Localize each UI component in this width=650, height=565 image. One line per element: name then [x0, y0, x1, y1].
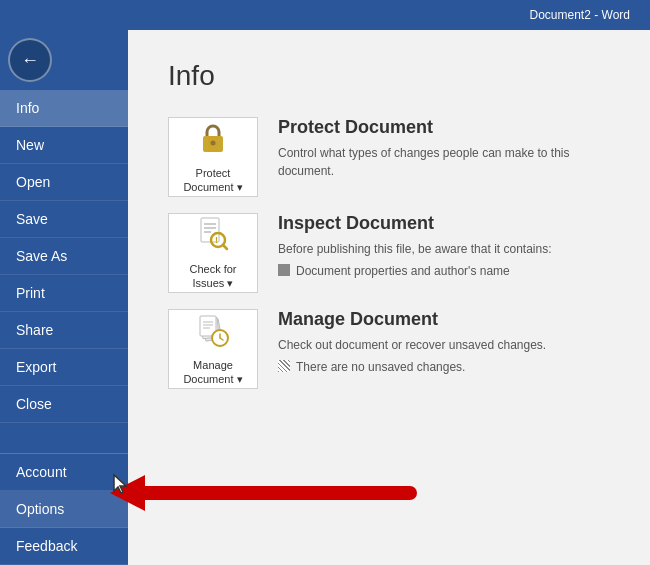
sidebar-item-share[interactable]: Share	[0, 312, 128, 349]
inspect-document-desc: Before publishing this file, be aware th…	[278, 240, 610, 280]
back-button[interactable]: ←	[8, 38, 52, 82]
sidebar-item-feedback[interactable]: Feedback	[0, 528, 128, 565]
sidebar-item-print[interactable]: Print	[0, 275, 128, 312]
sidebar-item-save-as[interactable]: Save As	[0, 238, 128, 275]
inspect-document-title: Inspect Document	[278, 213, 610, 234]
check-issues-button[interactable]: ! Check forIssues ▾	[168, 213, 258, 293]
sidebar-item-options[interactable]: Options	[0, 491, 128, 528]
inspect-document-card: ! Check forIssues ▾ Inspect Document Bef…	[168, 213, 610, 293]
protect-document-button[interactable]: ProtectDocument ▾	[168, 117, 258, 197]
sidebar: ← Info New Open Save Save As Print Share…	[0, 30, 128, 565]
protect-document-label: ProtectDocument ▾	[183, 167, 242, 193]
sidebar-item-close[interactable]: Close	[0, 386, 128, 423]
sidebar-item-info[interactable]: Info	[0, 90, 128, 127]
sidebar-item-account[interactable]: Account	[0, 454, 128, 491]
manage-document-card: ManageDocument ▾ Manage Document Check o…	[168, 309, 610, 389]
manage-document-button[interactable]: ManageDocument ▾	[168, 309, 258, 389]
bullet-icon-1	[278, 264, 290, 276]
manage-document-label: ManageDocument ▾	[183, 359, 242, 385]
inspect-document-content: Inspect Document Before publishing this …	[278, 213, 610, 280]
window-title: Document2 - Word	[530, 8, 630, 22]
inspect-icon: !	[197, 216, 229, 259]
sidebar-item-new[interactable]: New	[0, 127, 128, 164]
manage-document-desc: Check out document or recover unsaved ch…	[278, 336, 610, 376]
protect-document-content: Protect Document Control what types of c…	[278, 117, 610, 180]
sidebar-item-save[interactable]: Save	[0, 201, 128, 238]
svg-text:!: !	[215, 235, 218, 245]
svg-line-8	[223, 245, 227, 249]
manage-icon	[196, 312, 230, 355]
inspect-bullet-1: Document properties and author's name	[296, 262, 510, 280]
page-title: Info	[168, 60, 610, 92]
manage-document-content: Manage Document Check out document or re…	[278, 309, 610, 376]
content-area: Info ProtectDocument ▾ Protect Document …	[128, 30, 650, 565]
check-issues-label: Check forIssues ▾	[189, 263, 236, 289]
sidebar-item-open[interactable]: Open	[0, 164, 128, 201]
back-arrow-icon: ←	[21, 50, 39, 71]
protect-document-title: Protect Document	[278, 117, 610, 138]
protect-document-desc: Control what types of changes people can…	[278, 144, 610, 180]
protect-icon	[197, 120, 229, 163]
bullet-icon-2	[278, 360, 290, 372]
manage-bullet-1: There are no unsaved changes.	[296, 358, 465, 376]
svg-point-2	[211, 141, 216, 146]
protect-document-card: ProtectDocument ▾ Protect Document Contr…	[168, 117, 610, 197]
manage-document-title: Manage Document	[278, 309, 610, 330]
sidebar-item-export[interactable]: Export	[0, 349, 128, 386]
